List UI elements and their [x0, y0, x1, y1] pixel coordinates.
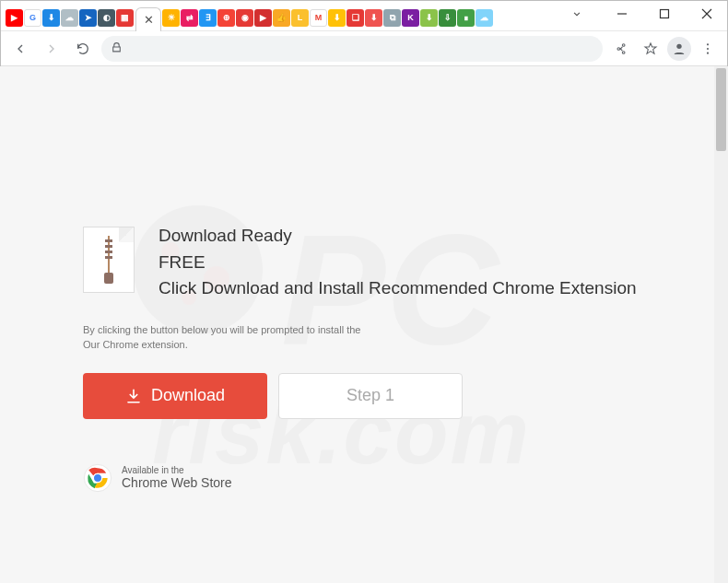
- reload-button[interactable]: [70, 36, 96, 62]
- scrollbar-thumb[interactable]: [716, 68, 726, 151]
- maximize-button[interactable]: [643, 0, 686, 28]
- background-tab[interactable]: ➤: [79, 9, 97, 27]
- tabs-overflow-button[interactable]: [560, 0, 593, 28]
- heading-line-1: Download Ready: [159, 223, 637, 250]
- background-tab[interactable]: L: [291, 9, 309, 27]
- background-tab[interactable]: ⧉: [383, 9, 401, 27]
- background-tab[interactable]: ∃: [199, 9, 217, 27]
- background-tab[interactable]: ☁: [61, 9, 78, 27]
- profile-button[interactable]: [667, 37, 691, 61]
- background-tab[interactable]: ▶: [6, 9, 23, 27]
- svg-point-4: [676, 43, 681, 48]
- heading-line-2: FREE: [159, 250, 637, 276]
- background-tab[interactable]: G: [24, 9, 41, 27]
- background-tab[interactable]: K: [402, 9, 419, 27]
- background-tab[interactable]: ⬇: [365, 9, 382, 27]
- svg-rect-18: [105, 256, 112, 259]
- background-tab[interactable]: ∎: [457, 9, 475, 27]
- download-icon: [125, 388, 142, 404]
- window-titlebar: ▶G⬇☁➤◐▦✕☀⇄∃⊕◉▶👍LM⬇❏⬇⧉K⬇⇩∎☁: [0, 0, 728, 31]
- download-button[interactable]: Download: [83, 373, 267, 419]
- lock-icon: [111, 41, 123, 57]
- background-tab[interactable]: ⬇: [420, 9, 438, 27]
- bookmark-button[interactable]: [638, 36, 663, 62]
- svg-point-5: [707, 43, 709, 45]
- background-tab[interactable]: ◐: [98, 9, 115, 27]
- heading-line-3: Click Download and Install Recommended C…: [159, 275, 637, 302]
- svg-rect-17: [105, 251, 112, 253]
- back-button[interactable]: [7, 36, 33, 62]
- background-tab[interactable]: ⇩: [439, 9, 456, 27]
- background-tab[interactable]: ☀: [162, 9, 180, 27]
- chrome-web-store-badge[interactable]: Available in the Chrome Web Store: [83, 463, 645, 493]
- background-tab[interactable]: M: [310, 9, 327, 27]
- webstore-line-2: Chrome Web Store: [122, 475, 232, 490]
- browser-toolbar: [0, 31, 728, 66]
- disclaimer-line-1: By clicking the button below you will be…: [83, 322, 396, 338]
- background-tab[interactable]: ❏: [346, 9, 364, 27]
- background-tab[interactable]: ▶: [254, 9, 272, 27]
- chrome-icon: [83, 463, 112, 493]
- page-viewport: PC risk.com Download Ready FREE: [0, 66, 728, 583]
- svg-point-7: [707, 52, 709, 53]
- svg-rect-19: [104, 273, 113, 284]
- background-tab[interactable]: ⬇: [42, 9, 60, 27]
- background-tab[interactable]: ◉: [236, 9, 253, 27]
- close-tab-icon[interactable]: ✕: [144, 13, 154, 27]
- address-bar[interactable]: [101, 36, 603, 62]
- forward-button[interactable]: [39, 36, 65, 62]
- disclaimer-text: By clicking the button below you will be…: [83, 322, 396, 353]
- step-button-label: Step 1: [346, 386, 394, 405]
- minimize-button[interactable]: [601, 0, 643, 28]
- active-tab[interactable]: ✕: [135, 7, 161, 31]
- file-icon: [83, 227, 135, 293]
- background-tab[interactable]: ▦: [116, 9, 134, 27]
- tab-strip: ▶G⬇☁➤◐▦✕☀⇄∃⊕◉▶👍LM⬇❏⬇⧉K⬇⇩∎☁: [6, 6, 494, 29]
- svg-rect-15: [105, 239, 112, 242]
- background-tab[interactable]: ⊕: [217, 9, 235, 27]
- step-1-button[interactable]: Step 1: [278, 373, 463, 419]
- background-tab[interactable]: 👍: [273, 9, 290, 27]
- background-tab[interactable]: ⇄: [181, 9, 198, 27]
- svg-rect-16: [105, 245, 112, 248]
- svg-rect-1: [661, 10, 669, 18]
- download-button-label: Download: [151, 386, 225, 405]
- close-window-button[interactable]: [686, 0, 728, 28]
- window-controls: [601, 0, 728, 28]
- webstore-line-1: Available in the: [122, 465, 232, 475]
- scrollbar-track[interactable]: [714, 66, 728, 583]
- disclaimer-line-2: Our Chrome extension.: [83, 337, 396, 353]
- background-tab[interactable]: ⬇: [328, 9, 346, 27]
- background-tab[interactable]: ☁: [476, 9, 493, 27]
- svg-point-6: [707, 47, 709, 49]
- hero-section: Download Ready FREE Click Download and I…: [83, 223, 645, 302]
- menu-button[interactable]: [695, 36, 721, 62]
- share-button[interactable]: [608, 36, 634, 62]
